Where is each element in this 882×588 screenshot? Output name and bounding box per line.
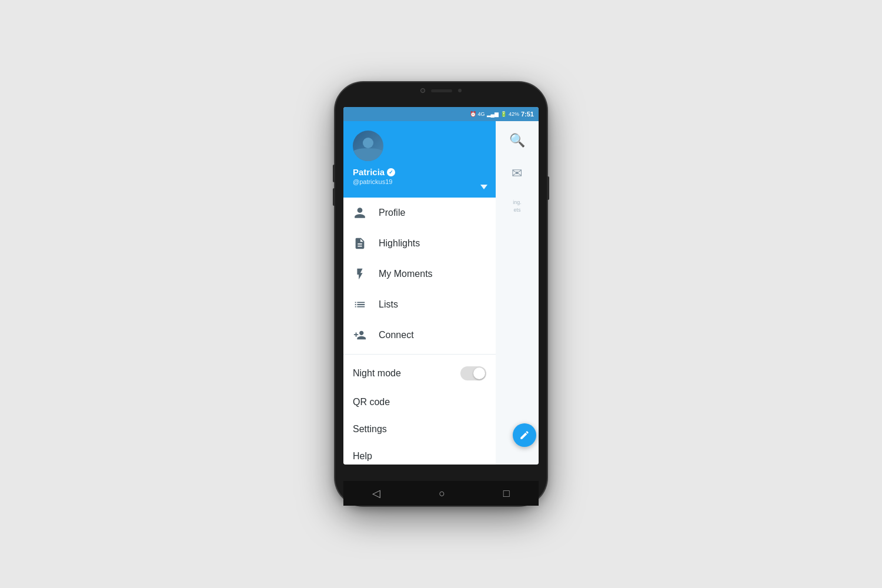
menu-label-lists: Lists: [379, 299, 398, 310]
night-mode-toggle[interactable]: [460, 366, 486, 380]
menu-item-connect[interactable]: Connect: [343, 320, 496, 350]
phone-screen: ⏰ 4G ▂▄▆ 🔋 42% 7:51 🔍 ✉ ing.ets: [343, 107, 539, 465]
night-mode-label: Night mode: [353, 368, 401, 379]
menu-divider: [343, 354, 496, 355]
time-label: 7:51: [521, 111, 534, 118]
speaker-grille: [431, 89, 452, 92]
menu-label-help: Help: [353, 451, 372, 462]
menu-list: Profile Highlights: [343, 198, 496, 465]
recents-button[interactable]: □: [503, 487, 510, 500]
status-bar: ⏰ 4G ▂▄▆ 🔋 42% 7:51: [343, 107, 539, 121]
menu-label-connect: Connect: [379, 330, 414, 340]
menu-item-highlights[interactable]: Highlights: [343, 228, 496, 259]
menu-item-settings[interactable]: Settings: [343, 416, 496, 443]
menu-label-profile: Profile: [379, 208, 405, 218]
menu-item-moments[interactable]: My Moments: [343, 259, 496, 289]
account-switcher-button[interactable]: [480, 185, 487, 189]
dropdown-arrow-icon: [480, 185, 487, 189]
lightning-icon: [353, 267, 367, 281]
proximity-sensor: [458, 89, 462, 92]
avatar[interactable]: [353, 131, 383, 161]
menu-label-highlights: Highlights: [379, 238, 420, 249]
lists-icon: [353, 298, 367, 312]
bg-text: ing.ets: [510, 199, 524, 213]
verified-badge: [387, 168, 395, 176]
menu-item-profile[interactable]: Profile: [343, 198, 496, 228]
menu-label-qr-code: QR code: [353, 397, 390, 407]
back-button[interactable]: ◁: [372, 487, 380, 500]
volume-down-button: [333, 188, 335, 206]
network-label: 4G: [478, 111, 485, 117]
front-camera: [420, 88, 425, 93]
drawer-header: Patricia @patrickus19: [343, 121, 496, 198]
menu-label-settings: Settings: [353, 424, 387, 435]
home-button[interactable]: ○: [439, 487, 445, 500]
status-icons: ⏰ 4G ▂▄▆ 🔋 42% 7:51: [470, 111, 534, 118]
battery-label: 42%: [509, 111, 519, 117]
volume-up-button: [333, 165, 335, 182]
search-icon: 🔍: [509, 133, 525, 148]
drawer-username: Patricia: [353, 167, 486, 177]
feed-background: 🔍 ✉ ing.ets: [496, 121, 539, 465]
avatar-image: [353, 131, 383, 161]
signal-icon: ▂▄▆: [487, 111, 499, 117]
menu-item-night-mode[interactable]: Night mode: [343, 358, 496, 389]
mail-icon: ✉: [512, 166, 522, 181]
connect-icon: [353, 328, 367, 342]
compose-fab[interactable]: [513, 423, 536, 447]
phone-device: ⏰ 4G ▂▄▆ 🔋 42% 7:51 🔍 ✉ ing.ets: [335, 82, 547, 506]
battery-icon: 🔋: [500, 111, 507, 117]
android-nav-bar: ◁ ○ □: [343, 481, 539, 506]
highlights-icon: [353, 236, 367, 250]
menu-label-moments: My Moments: [379, 269, 433, 279]
menu-item-lists[interactable]: Lists: [343, 289, 496, 320]
person-icon: [353, 206, 367, 220]
alarm-icon: ⏰: [470, 111, 476, 117]
menu-item-help[interactable]: Help: [343, 443, 496, 465]
navigation-drawer: Patricia @patrickus19: [343, 121, 496, 465]
power-button: [547, 176, 549, 200]
phone-body: ⏰ 4G ▂▄▆ 🔋 42% 7:51 🔍 ✉ ing.ets: [335, 82, 547, 506]
toggle-knob: [473, 368, 485, 379]
drawer-handle: @patrickus19: [353, 178, 486, 185]
menu-item-qr-code[interactable]: QR code: [343, 389, 496, 416]
